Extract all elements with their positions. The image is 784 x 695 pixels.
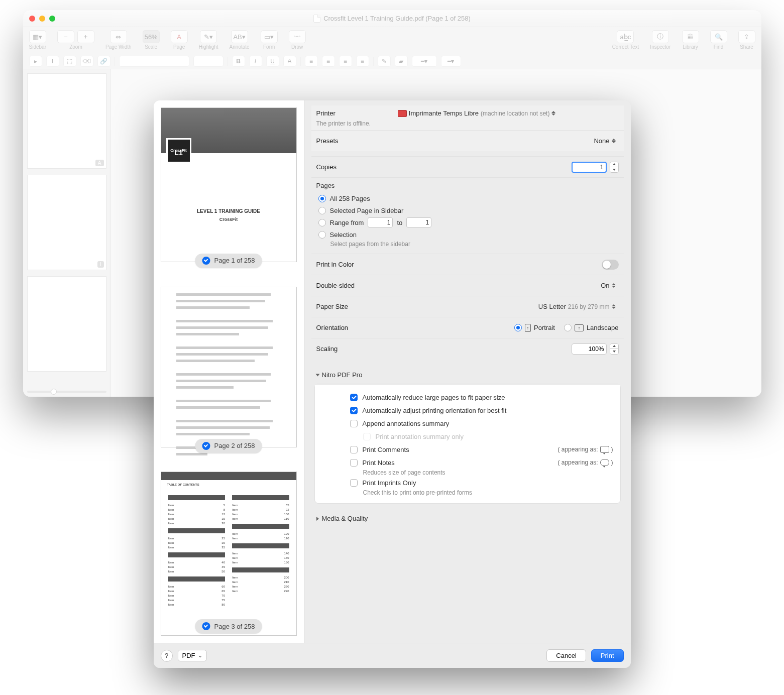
- print-button[interactable]: Print: [591, 649, 624, 662]
- color-toggle[interactable]: [602, 260, 619, 270]
- copies-stepper[interactable]: [610, 162, 619, 173]
- annotate-button[interactable]: AB▾: [231, 30, 248, 43]
- print-comments-checkbox[interactable]: [350, 446, 358, 453]
- auto-reduce-checkbox[interactable]: [350, 394, 358, 401]
- preview-page[interactable]: TABLE OF CONTENTS Item5Item8Item12Item15…: [161, 472, 297, 636]
- paper-size-label: Paper Size: [316, 303, 349, 310]
- text-color-button[interactable]: A: [283, 56, 296, 67]
- eraser-tool-button[interactable]: ⌫: [80, 56, 93, 67]
- line-style-select[interactable]: ━▾: [441, 56, 461, 67]
- annotation-only-checkbox: [363, 433, 371, 440]
- preview-page-badge: Page 3 of 258: [195, 619, 262, 633]
- align-left-button[interactable]: ≡: [305, 56, 318, 67]
- preview-page[interactable]: Page 2 of 258: [161, 287, 297, 447]
- zoom-in-button[interactable]: ＋: [77, 30, 94, 43]
- nitro-section-label: Nitro PDF Pro: [322, 371, 363, 379]
- scale-field[interactable]: 56%: [143, 30, 160, 43]
- thumbnail-size-slider[interactable]: [27, 391, 106, 393]
- landscape-label: Landscape: [587, 324, 619, 331]
- text-tool-button[interactable]: I: [46, 56, 59, 67]
- pages-label: Pages: [316, 182, 619, 189]
- bold-button[interactable]: B: [232, 56, 245, 67]
- underline-button[interactable]: U: [266, 56, 279, 67]
- inspector-button[interactable]: ⓘ: [652, 30, 669, 43]
- print-imprints-checkbox[interactable]: [350, 479, 358, 487]
- thumbnail-badge: I: [97, 261, 104, 268]
- range-from-input[interactable]: [368, 217, 393, 227]
- align-center-button[interactable]: ≡: [322, 56, 335, 67]
- range-to-input[interactable]: [406, 217, 431, 227]
- zoom-window-button[interactable]: [49, 16, 55, 22]
- presets-select[interactable]: None: [592, 136, 618, 146]
- append-annotations-checkbox[interactable]: [350, 420, 358, 427]
- portrait-radio[interactable]: [514, 324, 522, 331]
- form-button[interactable]: ▭▾: [261, 30, 278, 43]
- preview-title: LEVEL 1 TRAINING GUIDE: [161, 208, 296, 214]
- close-window-button[interactable]: [29, 16, 35, 22]
- correct-text-button[interactable]: ab̲c: [617, 30, 634, 43]
- page-tool-button[interactable]: A: [171, 30, 188, 43]
- disclosure-triangle-icon[interactable]: [316, 517, 319, 521]
- paper-size-select[interactable]: US Letter 216 by 279 mm: [536, 302, 619, 311]
- disclosure-triangle-icon[interactable]: [315, 374, 319, 376]
- printer-icon: [398, 110, 407, 117]
- dialog-footer: ? PDF ⌄ Cancel Print: [154, 643, 631, 668]
- minimize-window-button[interactable]: [39, 16, 45, 22]
- copies-input[interactable]: [572, 162, 607, 173]
- cursor-tool-button[interactable]: ▸: [29, 56, 42, 67]
- fill-color-button[interactable]: ▰: [395, 56, 408, 67]
- sidebar-thumbnail[interactable]: I: [27, 175, 106, 270]
- format-toolbar: ▸ I ⬚ ⌫ 🔗 B I U A ≡ ≡ ≡ ≡ ✎ ▰ ━▾ ━▾: [23, 53, 761, 69]
- toolbar-label: Library: [683, 44, 698, 50]
- zoom-out-button[interactable]: −: [57, 30, 74, 43]
- pdf-menu-button[interactable]: PDF ⌄: [178, 650, 207, 661]
- pages-selected-radio[interactable]: [318, 207, 326, 214]
- printer-label: Printer: [316, 109, 335, 117]
- cancel-button[interactable]: Cancel: [546, 649, 586, 662]
- pages-selected-label: Selected Page in Sidebar: [330, 207, 404, 214]
- scaling-input[interactable]: [572, 343, 607, 355]
- print-options-panel: Printer Imprimante Temps Libre (machine …: [304, 100, 631, 643]
- toolbar-label: Highlight: [199, 44, 218, 50]
- stroke-color-button[interactable]: ✎: [378, 56, 391, 67]
- pages-all-radio[interactable]: [318, 195, 326, 202]
- window-title: Crossfit Level 1 Training Guide.pdf (Pag…: [23, 15, 761, 23]
- align-justify-button[interactable]: ≡: [356, 56, 369, 67]
- line-weight-select[interactable]: ━▾: [412, 56, 437, 67]
- print-comments-label: Print Comments: [363, 446, 409, 453]
- preview-page[interactable]: CrossFit L1 LEVEL 1 TRAINING GUIDE Cross…: [161, 107, 297, 262]
- page-width-button[interactable]: ⇔: [110, 30, 127, 43]
- help-button[interactable]: ?: [161, 650, 173, 662]
- highlight-button[interactable]: ✎▾: [200, 30, 217, 43]
- scaling-stepper[interactable]: [610, 343, 619, 355]
- find-button[interactable]: 🔍: [710, 30, 727, 43]
- library-button[interactable]: 🏛: [682, 30, 699, 43]
- draw-button[interactable]: 〰: [289, 30, 306, 43]
- printer-select[interactable]: Imprimante Temps Libre (machine location…: [396, 108, 559, 118]
- comment-icon: [600, 446, 609, 453]
- toolbar-label: Draw: [291, 44, 303, 50]
- marquee-tool-button[interactable]: ⬚: [63, 56, 76, 67]
- font-select[interactable]: [119, 56, 189, 67]
- chevron-updown-icon: [551, 111, 556, 115]
- sidebar-thumbnail[interactable]: [27, 276, 106, 372]
- color-label: Print in Color: [316, 261, 354, 268]
- chevron-updown-icon: [612, 139, 617, 143]
- pages-range-radio[interactable]: [318, 219, 326, 226]
- pages-selection-radio[interactable]: [318, 231, 326, 239]
- landscape-radio[interactable]: [564, 324, 572, 331]
- sidebar-toggle-button[interactable]: ▦▾: [29, 30, 46, 43]
- auto-orient-checkbox[interactable]: [350, 407, 358, 414]
- share-button[interactable]: ⇪: [738, 30, 755, 43]
- double-sided-select[interactable]: On: [599, 281, 618, 290]
- print-notes-hint: Reduces size of page contents: [363, 469, 613, 476]
- italic-button[interactable]: I: [249, 56, 262, 67]
- print-notes-checkbox[interactable]: [350, 459, 358, 467]
- sidebar-thumbnail[interactable]: A: [27, 73, 106, 169]
- link-tool-button[interactable]: 🔗: [97, 56, 110, 67]
- presets-label: Presets: [316, 137, 339, 145]
- toolbar-label: Sidebar: [29, 44, 46, 50]
- chevron-updown-icon: [612, 304, 617, 309]
- align-right-button[interactable]: ≡: [339, 56, 352, 67]
- font-size-select[interactable]: [193, 56, 223, 67]
